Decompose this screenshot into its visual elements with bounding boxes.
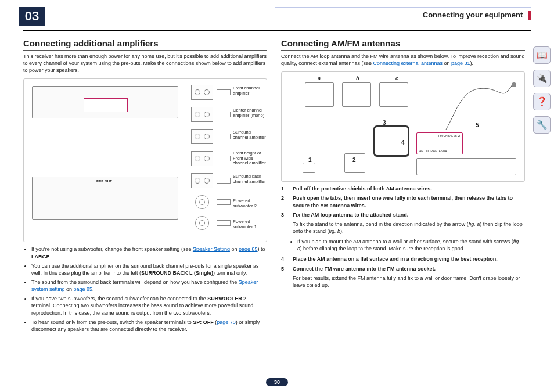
subwoofer1: [195, 216, 209, 230]
subwoofer2: [195, 195, 209, 209]
amp-sback: [191, 173, 213, 188]
amp-center: [191, 107, 213, 122]
right-intro: Connect the AM loop antenna and the FM w…: [281, 53, 525, 67]
step-3-bullet: If you plan to mount the AM antenna to a…: [281, 238, 525, 252]
link-ext-antennas[interactable]: Connecting external antennas: [373, 60, 443, 66]
step-2: 2Push open the tabs, then insert one wir…: [281, 195, 525, 208]
label-amp-sback: Surround back channel amplifier: [233, 174, 267, 184]
equipment-icon[interactable]: 🔌: [533, 70, 551, 87]
step-1: 1Pull off the protective shields of both…: [281, 185, 525, 192]
fig-b: b: [356, 75, 359, 81]
left-heading: Connecting additional amplifiers: [23, 38, 267, 51]
link-page70[interactable]: page 70: [217, 319, 236, 325]
shield-img: [303, 163, 315, 173]
am-loop-img: [373, 125, 409, 157]
label-sub2: Powered subwoofer 2: [233, 199, 267, 208]
link-page85b[interactable]: page 85: [74, 286, 93, 292]
label-amp-center: Center channel amplifier (mono): [233, 108, 267, 118]
svg-point-0: [512, 82, 516, 87]
bullet-3: The sound from the surround back termina…: [31, 279, 267, 293]
bullet-2: You can use the additional amplifier on …: [31, 262, 267, 276]
step-4: 4Place the AM antenna on a flat surface …: [281, 256, 525, 262]
network-icon[interactable]: 🔧: [533, 116, 551, 134]
bullet-5: To hear sound only from the pre-outs, sw…: [31, 319, 267, 333]
left-bullets: If you're not using a subwoofer, change …: [23, 246, 267, 333]
amp-fh-fw: [191, 151, 213, 166]
link-page85a[interactable]: page 85: [239, 246, 258, 252]
label-sub1: Powered subwoofer 1: [233, 220, 267, 229]
label-amp-front: Front channel amplifier: [233, 86, 267, 96]
fig-b-img: [342, 82, 371, 107]
antenna-steps: 1Pull off the protective shields of both…: [281, 185, 525, 289]
right-heading: Connecting AM/FM antennas: [281, 38, 525, 51]
label-amp-fhfw: Front height or Front wide channel ampli…: [233, 151, 267, 166]
label-amp-surround: Surround channel amplifier: [233, 130, 267, 140]
header-title: Connecting your equipment: [423, 10, 523, 19]
receiver-rear-right: [416, 158, 516, 175]
step-5-sub: For best results, extend the FM antenna …: [293, 275, 525, 289]
fm-wire-icon: [443, 80, 519, 132]
right-column: Connecting AM/FM antennas Connect the AM…: [281, 38, 525, 336]
amp-surround: [191, 129, 213, 144]
bullet-1: If you're not using a subwoofer, change …: [31, 246, 267, 260]
receiver-front: [32, 86, 178, 118]
left-intro: This receiver has more than enough power…: [23, 53, 267, 74]
fig-c: c: [395, 75, 398, 81]
amplifier-diagram: PRE OUT Front channel amplifier Center c…: [23, 78, 267, 242]
side-icons: 📖 🔌 ❓ 🔧: [533, 46, 551, 134]
left-column: Connecting additional amplifiers This re…: [23, 38, 267, 336]
book-icon[interactable]: 📖: [533, 46, 551, 64]
fig-a-img: [305, 82, 334, 107]
step-3-sub: To fix the stand to the antenna, bend in…: [293, 221, 525, 235]
preout-label: PRE OUT: [96, 179, 112, 183]
page-header: 03 Connecting your equipment: [23, 7, 531, 31]
link-page31[interactable]: page 31: [451, 60, 470, 66]
antenna-terminals: AM LOOP ANTENNA FM UNBAL 75 Ω: [416, 132, 463, 154]
step-5: 5Connect the FM wire antenna into the FM…: [281, 265, 525, 272]
page-number: 30: [266, 378, 288, 386]
amp-front: [191, 85, 213, 100]
fig-c-img: [379, 82, 408, 107]
bullet-4: If you have two subwoofers, the second s…: [31, 295, 267, 316]
am-terminal-label: AM LOOP ANTENNA: [419, 149, 447, 153]
help-icon[interactable]: ❓: [533, 93, 551, 110]
link-speaker-setting[interactable]: Speaker Setting: [193, 246, 230, 252]
fig-a: a: [318, 75, 321, 81]
tab-insert-img: [344, 153, 365, 173]
fm-terminal-label: FM UNBAL 75 Ω: [438, 134, 460, 138]
step-3: 3Fix the AM loop antenna to the attached…: [281, 211, 525, 218]
antenna-diagram: a b c 1 2 3 4 5 AM LOOP ANTENNA FM UNBAL…: [281, 71, 525, 182]
receiver-rear-panel: PRE OUT: [32, 177, 178, 220]
chapter-number: 03: [19, 7, 45, 26]
